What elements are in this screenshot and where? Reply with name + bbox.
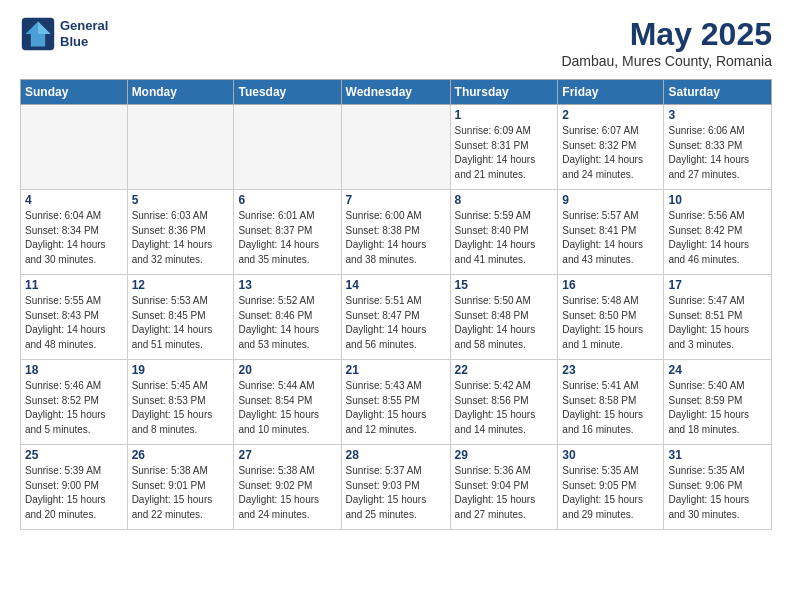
cell-content: 10Sunrise: 5:56 AM Sunset: 8:42 PM Dayli… [668, 193, 767, 268]
day-info: Sunrise: 5:46 AM Sunset: 8:52 PM Dayligh… [25, 379, 123, 437]
day-info: Sunrise: 5:39 AM Sunset: 9:00 PM Dayligh… [25, 464, 123, 522]
calendar-cell: 20Sunrise: 5:44 AM Sunset: 8:54 PM Dayli… [234, 360, 341, 445]
day-number: 12 [132, 278, 230, 292]
calendar-cell: 27Sunrise: 5:38 AM Sunset: 9:02 PM Dayli… [234, 445, 341, 530]
day-info: Sunrise: 5:35 AM Sunset: 9:05 PM Dayligh… [562, 464, 659, 522]
day-info: Sunrise: 5:38 AM Sunset: 9:01 PM Dayligh… [132, 464, 230, 522]
calendar-cell: 23Sunrise: 5:41 AM Sunset: 8:58 PM Dayli… [558, 360, 664, 445]
day-info: Sunrise: 5:56 AM Sunset: 8:42 PM Dayligh… [668, 209, 767, 267]
cell-content: 17Sunrise: 5:47 AM Sunset: 8:51 PM Dayli… [668, 278, 767, 353]
logo: General Blue [20, 16, 108, 52]
day-number: 3 [668, 108, 767, 122]
calendar-cell: 19Sunrise: 5:45 AM Sunset: 8:53 PM Dayli… [127, 360, 234, 445]
day-number: 24 [668, 363, 767, 377]
calendar-cell: 17Sunrise: 5:47 AM Sunset: 8:51 PM Dayli… [664, 275, 772, 360]
day-number: 16 [562, 278, 659, 292]
calendar-cell: 22Sunrise: 5:42 AM Sunset: 8:56 PM Dayli… [450, 360, 558, 445]
calendar-cell: 6Sunrise: 6:01 AM Sunset: 8:37 PM Daylig… [234, 190, 341, 275]
day-info: Sunrise: 5:57 AM Sunset: 8:41 PM Dayligh… [562, 209, 659, 267]
cell-content: 6Sunrise: 6:01 AM Sunset: 8:37 PM Daylig… [238, 193, 336, 268]
day-number: 20 [238, 363, 336, 377]
cell-content: 2Sunrise: 6:07 AM Sunset: 8:32 PM Daylig… [562, 108, 659, 183]
day-info: Sunrise: 5:37 AM Sunset: 9:03 PM Dayligh… [346, 464, 446, 522]
day-info: Sunrise: 6:03 AM Sunset: 8:36 PM Dayligh… [132, 209, 230, 267]
day-number: 11 [25, 278, 123, 292]
day-number: 9 [562, 193, 659, 207]
calendar-cell [234, 105, 341, 190]
calendar-cell: 4Sunrise: 6:04 AM Sunset: 8:34 PM Daylig… [21, 190, 128, 275]
header: General Blue May 2025 Dambau, Mures Coun… [20, 16, 772, 69]
cell-content: 9Sunrise: 5:57 AM Sunset: 8:41 PM Daylig… [562, 193, 659, 268]
day-info: Sunrise: 5:53 AM Sunset: 8:45 PM Dayligh… [132, 294, 230, 352]
week-row-1: 1Sunrise: 6:09 AM Sunset: 8:31 PM Daylig… [21, 105, 772, 190]
cell-content: 19Sunrise: 5:45 AM Sunset: 8:53 PM Dayli… [132, 363, 230, 438]
cell-content: 8Sunrise: 5:59 AM Sunset: 8:40 PM Daylig… [455, 193, 554, 268]
day-number: 4 [25, 193, 123, 207]
day-info: Sunrise: 5:35 AM Sunset: 9:06 PM Dayligh… [668, 464, 767, 522]
day-info: Sunrise: 5:45 AM Sunset: 8:53 PM Dayligh… [132, 379, 230, 437]
calendar-cell: 11Sunrise: 5:55 AM Sunset: 8:43 PM Dayli… [21, 275, 128, 360]
day-info: Sunrise: 5:51 AM Sunset: 8:47 PM Dayligh… [346, 294, 446, 352]
calendar-cell: 7Sunrise: 6:00 AM Sunset: 8:38 PM Daylig… [341, 190, 450, 275]
location-subtitle: Dambau, Mures County, Romania [561, 53, 772, 69]
day-number: 31 [668, 448, 767, 462]
day-info: Sunrise: 6:01 AM Sunset: 8:37 PM Dayligh… [238, 209, 336, 267]
calendar-cell: 29Sunrise: 5:36 AM Sunset: 9:04 PM Dayli… [450, 445, 558, 530]
calendar-cell [341, 105, 450, 190]
cell-content: 28Sunrise: 5:37 AM Sunset: 9:03 PM Dayli… [346, 448, 446, 523]
page: General Blue May 2025 Dambau, Mures Coun… [0, 0, 792, 546]
calendar-cell: 16Sunrise: 5:48 AM Sunset: 8:50 PM Dayli… [558, 275, 664, 360]
day-number: 30 [562, 448, 659, 462]
cell-content: 12Sunrise: 5:53 AM Sunset: 8:45 PM Dayli… [132, 278, 230, 353]
cell-content: 23Sunrise: 5:41 AM Sunset: 8:58 PM Dayli… [562, 363, 659, 438]
cell-content: 4Sunrise: 6:04 AM Sunset: 8:34 PM Daylig… [25, 193, 123, 268]
calendar-cell: 28Sunrise: 5:37 AM Sunset: 9:03 PM Dayli… [341, 445, 450, 530]
calendar-cell [127, 105, 234, 190]
day-number: 7 [346, 193, 446, 207]
day-number: 22 [455, 363, 554, 377]
calendar-cell: 3Sunrise: 6:06 AM Sunset: 8:33 PM Daylig… [664, 105, 772, 190]
calendar-cell: 25Sunrise: 5:39 AM Sunset: 9:00 PM Dayli… [21, 445, 128, 530]
calendar-header-friday: Friday [558, 80, 664, 105]
day-number: 5 [132, 193, 230, 207]
day-number: 2 [562, 108, 659, 122]
calendar-cell: 14Sunrise: 5:51 AM Sunset: 8:47 PM Dayli… [341, 275, 450, 360]
calendar-header-sunday: Sunday [21, 80, 128, 105]
calendar-cell: 26Sunrise: 5:38 AM Sunset: 9:01 PM Dayli… [127, 445, 234, 530]
calendar-header-saturday: Saturday [664, 80, 772, 105]
day-number: 18 [25, 363, 123, 377]
month-title: May 2025 [561, 16, 772, 53]
cell-content: 11Sunrise: 5:55 AM Sunset: 8:43 PM Dayli… [25, 278, 123, 353]
week-row-3: 11Sunrise: 5:55 AM Sunset: 8:43 PM Dayli… [21, 275, 772, 360]
title-block: May 2025 Dambau, Mures County, Romania [561, 16, 772, 69]
cell-content: 21Sunrise: 5:43 AM Sunset: 8:55 PM Dayli… [346, 363, 446, 438]
day-info: Sunrise: 5:50 AM Sunset: 8:48 PM Dayligh… [455, 294, 554, 352]
calendar-header-thursday: Thursday [450, 80, 558, 105]
cell-content: 13Sunrise: 5:52 AM Sunset: 8:46 PM Dayli… [238, 278, 336, 353]
calendar-cell: 12Sunrise: 5:53 AM Sunset: 8:45 PM Dayli… [127, 275, 234, 360]
day-info: Sunrise: 5:38 AM Sunset: 9:02 PM Dayligh… [238, 464, 336, 522]
cell-content: 1Sunrise: 6:09 AM Sunset: 8:31 PM Daylig… [455, 108, 554, 183]
calendar-cell: 10Sunrise: 5:56 AM Sunset: 8:42 PM Dayli… [664, 190, 772, 275]
cell-content: 24Sunrise: 5:40 AM Sunset: 8:59 PM Dayli… [668, 363, 767, 438]
calendar-cell: 9Sunrise: 5:57 AM Sunset: 8:41 PM Daylig… [558, 190, 664, 275]
cell-content: 3Sunrise: 6:06 AM Sunset: 8:33 PM Daylig… [668, 108, 767, 183]
calendar-cell: 13Sunrise: 5:52 AM Sunset: 8:46 PM Dayli… [234, 275, 341, 360]
calendar-cell [21, 105, 128, 190]
day-number: 17 [668, 278, 767, 292]
cell-content: 27Sunrise: 5:38 AM Sunset: 9:02 PM Dayli… [238, 448, 336, 523]
day-number: 29 [455, 448, 554, 462]
day-info: Sunrise: 6:04 AM Sunset: 8:34 PM Dayligh… [25, 209, 123, 267]
day-info: Sunrise: 5:52 AM Sunset: 8:46 PM Dayligh… [238, 294, 336, 352]
week-row-5: 25Sunrise: 5:39 AM Sunset: 9:00 PM Dayli… [21, 445, 772, 530]
day-info: Sunrise: 5:36 AM Sunset: 9:04 PM Dayligh… [455, 464, 554, 522]
calendar-header-wednesday: Wednesday [341, 80, 450, 105]
cell-content: 14Sunrise: 5:51 AM Sunset: 8:47 PM Dayli… [346, 278, 446, 353]
day-number: 8 [455, 193, 554, 207]
logo-text: General Blue [60, 18, 108, 49]
cell-content: 25Sunrise: 5:39 AM Sunset: 9:00 PM Dayli… [25, 448, 123, 523]
day-number: 21 [346, 363, 446, 377]
cell-content: 18Sunrise: 5:46 AM Sunset: 8:52 PM Dayli… [25, 363, 123, 438]
calendar-cell: 18Sunrise: 5:46 AM Sunset: 8:52 PM Dayli… [21, 360, 128, 445]
day-number: 28 [346, 448, 446, 462]
